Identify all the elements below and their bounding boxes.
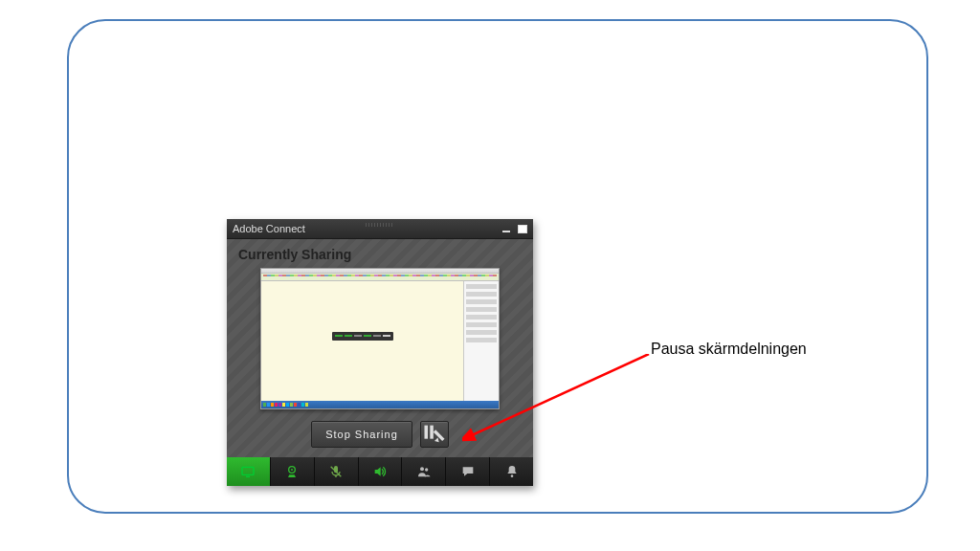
stop-sharing-label: Stop Sharing bbox=[325, 429, 398, 440]
window-title: Adobe Connect bbox=[233, 223, 305, 234]
preview-floating-toolbar bbox=[332, 332, 393, 341]
attendees-tab[interactable] bbox=[402, 457, 446, 486]
speaker-icon bbox=[372, 464, 388, 479]
grip-icon bbox=[366, 223, 394, 227]
screen-share-icon bbox=[240, 464, 256, 479]
attendees-icon bbox=[416, 464, 432, 479]
maximize-icon[interactable] bbox=[518, 225, 527, 233]
bottom-icon-strip bbox=[227, 457, 533, 486]
annotation-label: Pausa skärmdelningen bbox=[651, 341, 807, 358]
svg-rect-0 bbox=[424, 426, 428, 439]
webcam-tab[interactable] bbox=[271, 457, 315, 486]
notifications-tab[interactable] bbox=[490, 457, 533, 486]
pause-annotate-button[interactable] bbox=[420, 421, 449, 448]
webcam-icon bbox=[284, 464, 300, 479]
minimize-icon[interactable] bbox=[502, 231, 510, 232]
svg-rect-1 bbox=[430, 426, 434, 439]
speaker-tab[interactable] bbox=[359, 457, 403, 486]
adobe-connect-panel: Adobe Connect Currently Sharing bbox=[227, 219, 533, 486]
preview-toolbar bbox=[261, 274, 499, 281]
screen-share-tab[interactable] bbox=[227, 457, 271, 486]
svg-point-5 bbox=[291, 469, 293, 471]
svg-rect-2 bbox=[242, 467, 254, 474]
chat-tab[interactable] bbox=[446, 457, 490, 486]
svg-point-10 bbox=[425, 468, 428, 471]
notification-bell-icon bbox=[504, 464, 520, 479]
svg-point-11 bbox=[510, 474, 513, 477]
stop-sharing-button[interactable]: Stop Sharing bbox=[311, 421, 412, 448]
titlebar[interactable]: Adobe Connect bbox=[227, 219, 533, 239]
svg-point-9 bbox=[420, 467, 424, 471]
microphone-muted-icon bbox=[328, 464, 344, 479]
microphone-tab[interactable] bbox=[315, 457, 359, 486]
chat-icon bbox=[460, 464, 476, 479]
sharing-heading: Currently Sharing bbox=[238, 247, 523, 262]
preview-taskbar bbox=[261, 401, 499, 408]
pause-annotate-icon bbox=[421, 421, 448, 448]
svg-rect-3 bbox=[246, 476, 250, 477]
shared-screen-preview bbox=[260, 268, 500, 409]
preview-sidepanel bbox=[463, 281, 499, 401]
share-body: Currently Sharing bbox=[227, 239, 533, 457]
